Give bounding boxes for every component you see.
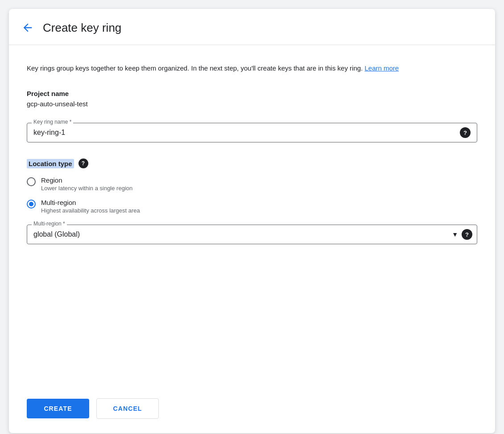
cancel-button[interactable]: CANCEL <box>96 398 159 419</box>
back-button[interactable] <box>20 20 36 36</box>
multi-region-select-wrapper[interactable]: Multi-region * global (Global) ▼ ? <box>27 225 477 244</box>
dialog-footer: CREATE CANCEL <box>9 388 495 433</box>
project-name-section: Project name gcp-auto-unseal-test <box>27 90 477 108</box>
radio-option-multi-region[interactable]: Multi-region Highest availability across… <box>27 199 477 214</box>
learn-more-link[interactable]: Learn more <box>364 64 399 72</box>
key-ring-name-wrapper: Key ring name * ? <box>27 123 477 142</box>
radio-text-region: Region Lower latency within a single reg… <box>41 176 132 192</box>
radio-inner-multi-region <box>29 202 33 206</box>
back-arrow-icon <box>21 21 34 34</box>
location-type-header: Location type ? <box>27 159 477 168</box>
key-ring-name-label: Key ring name * <box>32 119 73 125</box>
multi-region-help-icon[interactable]: ? <box>462 229 472 240</box>
radio-subtitle-region: Lower latency within a single region <box>41 185 132 192</box>
multi-region-select-label: Multi-region * <box>32 221 67 227</box>
location-type-label: Location type <box>27 159 74 168</box>
radio-subtitle-multi-region: Highest availability across largest area <box>41 207 140 214</box>
select-icons: ▼ ? <box>452 229 472 240</box>
radio-button-region[interactable] <box>27 177 36 186</box>
radio-option-region[interactable]: Region Lower latency within a single reg… <box>27 176 477 192</box>
key-ring-name-help-icon[interactable]: ? <box>460 127 471 138</box>
dropdown-arrow-icon: ▼ <box>452 231 458 238</box>
radio-title-region: Region <box>41 176 132 184</box>
multi-region-select-group: Multi-region * global (Global) ▼ ? <box>27 225 477 244</box>
multi-region-select-value: global (Global) <box>33 230 454 238</box>
location-type-radio-group: Region Lower latency within a single reg… <box>27 176 477 214</box>
dialog-content: Key rings group keys together to keep th… <box>9 45 495 388</box>
create-key-ring-dialog: Create key ring Key rings group keys tog… <box>9 9 495 433</box>
description-text: Key rings group keys together to keep th… <box>27 63 477 74</box>
page-title: Create key ring <box>43 21 121 35</box>
key-ring-name-input[interactable] <box>33 129 454 137</box>
location-type-section: Location type ? Region Lower latency wit… <box>27 159 477 244</box>
key-ring-name-group: Key ring name * ? <box>27 123 477 142</box>
radio-text-multi-region: Multi-region Highest availability across… <box>41 199 140 214</box>
create-button[interactable]: CREATE <box>27 399 89 418</box>
dialog-header: Create key ring <box>9 9 495 45</box>
project-name-value: gcp-auto-unseal-test <box>27 100 477 108</box>
radio-button-multi-region[interactable] <box>27 200 36 209</box>
project-name-label: Project name <box>27 90 477 97</box>
location-type-help-icon[interactable]: ? <box>78 159 88 168</box>
radio-title-multi-region: Multi-region <box>41 199 140 206</box>
